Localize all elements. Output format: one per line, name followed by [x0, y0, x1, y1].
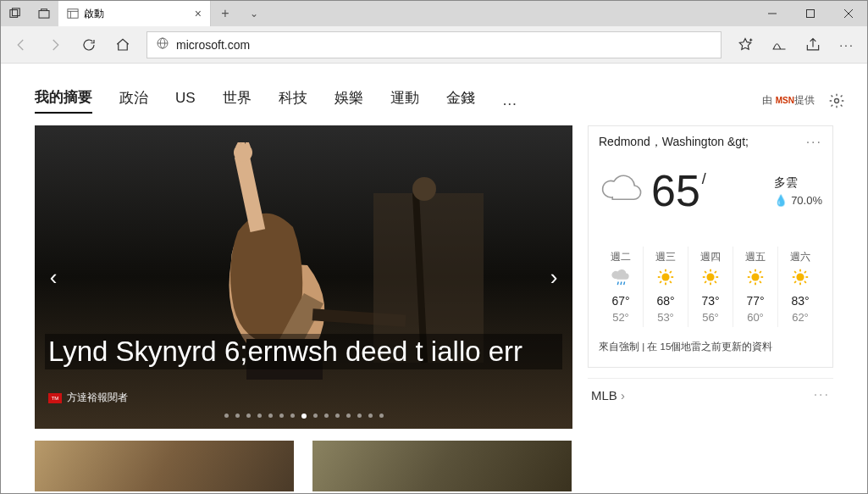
- svg-line-22: [617, 282, 618, 286]
- provider-label: 由 MSN提供: [762, 93, 815, 108]
- sports-widget[interactable]: MLB › ···: [588, 378, 833, 411]
- tab-menu-chevron-icon[interactable]: ⌄: [240, 1, 268, 26]
- refresh-button[interactable]: [74, 30, 104, 60]
- svg-line-31: [670, 281, 672, 283]
- forecast-row: 週二67°52°週三68°53°週四73°56°週五77°60°週六83°62°: [599, 247, 822, 327]
- carousel-dots: [35, 414, 572, 419]
- sun-icon: [791, 268, 810, 291]
- minimize-button[interactable]: [753, 1, 791, 26]
- precipitation: 💧 70.0%: [774, 194, 822, 207]
- tab-title: 啟動: [84, 7, 190, 21]
- share-button[interactable]: [798, 30, 828, 60]
- sports-label: MLB ›: [591, 388, 625, 402]
- carousel-next-icon[interactable]: ›: [539, 256, 569, 298]
- nav-entertainment[interactable]: 娛樂: [334, 88, 363, 113]
- svg-line-48: [749, 271, 751, 273]
- source-badge-icon: TM: [48, 393, 62, 403]
- svg-point-21: [412, 177, 436, 201]
- nav-us[interactable]: US: [175, 90, 196, 112]
- maximize-button[interactable]: [791, 1, 829, 26]
- rain-icon: [611, 268, 630, 291]
- browser-toolbar: microsoft.com ···: [1, 26, 867, 64]
- forecast-low: 62°: [792, 311, 809, 324]
- svg-line-23: [621, 282, 622, 286]
- svg-point-52: [796, 273, 804, 280]
- nav-world[interactable]: 世界: [223, 88, 252, 113]
- svg-line-24: [624, 282, 625, 286]
- nav-overflow-icon[interactable]: …: [502, 92, 519, 109]
- svg-line-32: [660, 281, 661, 283]
- new-tab-button[interactable]: +: [211, 1, 240, 26]
- svg-point-34: [706, 273, 714, 280]
- weather-more-icon[interactable]: ···: [806, 135, 822, 150]
- weather-footer: 來自強制 | 在 15個地雷之前更新的資料: [599, 341, 822, 353]
- svg-line-59: [794, 281, 796, 283]
- weather-widget: Redmond，Washington &gt; ··· 65/ 多雲: [588, 125, 833, 368]
- forecast-day-label: 週五: [745, 250, 766, 264]
- settings-gear-icon[interactable]: [827, 91, 847, 111]
- forecast-day[interactable]: 週六83°62°: [778, 247, 822, 327]
- cloud-icon: [599, 172, 643, 209]
- close-window-button[interactable]: [829, 1, 867, 26]
- home-button[interactable]: [108, 30, 138, 60]
- forecast-high: 67°: [611, 294, 629, 308]
- tab-favicon-icon: [67, 8, 79, 19]
- forecast-day[interactable]: 週三68°53°: [644, 247, 688, 327]
- sports-more-icon[interactable]: ···: [814, 387, 830, 402]
- svg-point-25: [661, 273, 669, 280]
- forecast-high: 73°: [701, 294, 719, 308]
- favorites-button[interactable]: [730, 30, 760, 60]
- forward-button[interactable]: [40, 30, 70, 60]
- forecast-day[interactable]: 週四73°56°: [688, 247, 733, 327]
- nav-sports[interactable]: 運動: [390, 88, 419, 113]
- hero-headline[interactable]: Lynd Skynyrd 6;ernwsh deed t iallo err: [45, 334, 562, 369]
- svg-line-33: [670, 271, 672, 273]
- forecast-low: 56°: [702, 311, 719, 324]
- back-button[interactable]: [6, 30, 36, 60]
- nav-tech[interactable]: 科技: [279, 88, 307, 113]
- hero-carousel[interactable]: ‹ › Lynd Skynyrd 6;ernwsh deed t iallo e…: [35, 125, 572, 429]
- news-thumbnail[interactable]: [35, 441, 294, 491]
- forecast-day-label: 週二: [611, 250, 631, 264]
- svg-point-43: [751, 273, 759, 280]
- sun-icon: [656, 268, 675, 291]
- svg-line-58: [804, 281, 806, 283]
- forecast-low: 60°: [747, 311, 764, 324]
- nav-my-feed[interactable]: 我的摘要: [35, 87, 92, 114]
- forecast-day[interactable]: 週五77°60°: [733, 247, 778, 327]
- tab-close-icon[interactable]: ×: [195, 7, 202, 20]
- forecast-day-label: 週三: [655, 250, 676, 264]
- sun-icon: [701, 268, 720, 291]
- news-nav: 我的摘要 政治 US 世界 科技 娛樂 運動 金錢 … 由 MSN提供: [35, 87, 847, 114]
- tab-preview-icon[interactable]: [30, 8, 58, 19]
- nav-money[interactable]: 金錢: [446, 88, 475, 113]
- more-button[interactable]: ···: [832, 30, 862, 60]
- news-thumbnail[interactable]: [312, 441, 572, 491]
- svg-line-60: [804, 271, 806, 273]
- browser-tab[interactable]: 啟動 ×: [58, 1, 211, 26]
- svg-rect-3: [68, 9, 78, 19]
- raindrop-icon: 💧: [774, 194, 788, 207]
- tabs-aside-icon[interactable]: [1, 8, 30, 19]
- svg-line-41: [705, 281, 706, 283]
- forecast-high: 83°: [791, 294, 809, 308]
- weather-location[interactable]: Redmond，Washington &gt;: [599, 135, 749, 150]
- svg-line-49: [760, 281, 761, 283]
- forecast-day[interactable]: 週二67°52°: [599, 247, 644, 327]
- svg-line-51: [760, 271, 761, 273]
- site-info-icon[interactable]: [156, 36, 169, 53]
- svg-line-30: [660, 271, 661, 273]
- forecast-low: 53°: [657, 311, 674, 324]
- svg-rect-2: [39, 11, 49, 19]
- svg-line-42: [715, 271, 716, 273]
- nav-politics[interactable]: 政治: [119, 88, 148, 113]
- svg-point-12: [835, 98, 839, 103]
- address-bar[interactable]: microsoft.com: [147, 31, 721, 58]
- notes-button[interactable]: [764, 30, 794, 60]
- carousel-prev-icon[interactable]: ‹: [38, 256, 69, 298]
- svg-line-50: [749, 281, 751, 283]
- svg-line-57: [794, 271, 796, 273]
- svg-rect-5: [806, 10, 814, 18]
- forecast-day-label: 週六: [790, 250, 810, 264]
- url-text: microsoft.com: [176, 38, 250, 52]
